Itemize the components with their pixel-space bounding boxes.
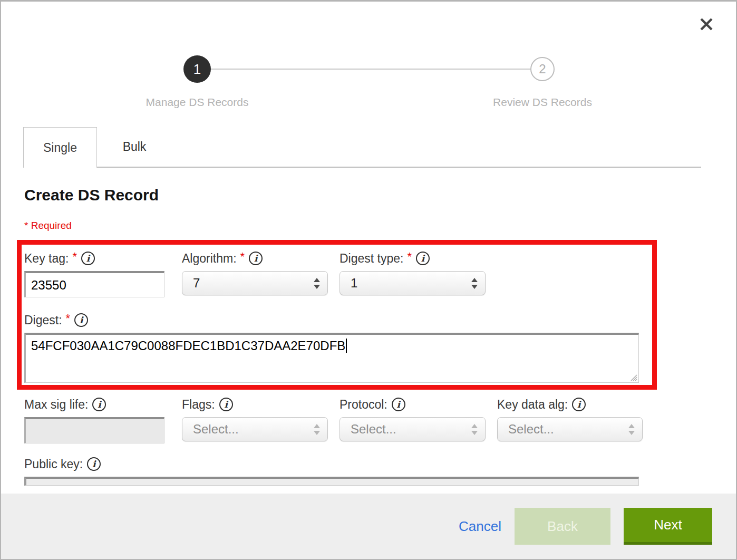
- select-arrows-icon: [628, 424, 635, 435]
- info-glyph: i: [254, 253, 257, 264]
- next-button[interactable]: Next: [624, 508, 712, 545]
- tab-bulk-label: Bulk: [123, 140, 147, 154]
- resize-handle-icon[interactable]: [629, 373, 637, 381]
- step-2-circle: 2: [530, 57, 555, 81]
- stepper-connector-line: [211, 69, 530, 70]
- digest-type-label: Digest type:: [340, 252, 403, 266]
- info-glyph: i: [421, 253, 424, 264]
- algorithm-select-value: 7: [193, 276, 314, 291]
- info-icon[interactable]: i: [572, 398, 586, 411]
- digest-field: Digest: * i 54FCF030AA1C79C0088FDEC1BD1C…: [24, 312, 639, 383]
- tab-bulk[interactable]: Bulk: [97, 127, 172, 167]
- info-glyph: i: [397, 399, 400, 410]
- public-key-textarea[interactable]: [24, 477, 639, 486]
- select-arrows-icon: [314, 424, 320, 435]
- digest-textarea[interactable]: 54FCF030AA1C79C0088FDEC1BD1C37DAA2E70DFB: [24, 333, 639, 383]
- max-sig-life-label-row: Max sig life: i: [24, 397, 170, 412]
- max-sig-life-field: Max sig life: i: [24, 397, 170, 443]
- step-1-circle: 1: [183, 55, 211, 83]
- info-icon[interactable]: i: [81, 252, 95, 265]
- flags-select-value: Select...: [193, 422, 314, 437]
- info-glyph: i: [577, 399, 580, 410]
- digest-label: Digest:: [24, 313, 62, 327]
- key-data-alg-field: Key data alg: i Select...: [497, 397, 643, 443]
- public-key-label-row: Public key: i: [24, 456, 639, 472]
- select-arrows-icon: [314, 278, 320, 289]
- algorithm-label-row: Algorithm: * i: [182, 250, 328, 266]
- select-arrows-icon: [471, 278, 478, 289]
- required-asterisk: *: [240, 250, 245, 264]
- key-data-alg-select[interactable]: Select...: [497, 417, 643, 441]
- digest-type-field: Digest type: * i 1: [340, 250, 486, 297]
- info-glyph: i: [86, 253, 90, 264]
- digest-type-select-value: 1: [351, 276, 471, 291]
- flags-label: Flags:: [182, 398, 215, 412]
- max-sig-life-input[interactable]: [24, 417, 164, 443]
- info-icon[interactable]: i: [92, 398, 106, 411]
- text-cursor: [346, 339, 347, 353]
- info-glyph: i: [80, 315, 83, 325]
- key-tag-field: Key tag: * i: [24, 250, 170, 297]
- protocol-select[interactable]: Select...: [340, 417, 486, 441]
- required-asterisk: *: [72, 250, 77, 264]
- key-data-alg-label: Key data alg:: [497, 398, 568, 412]
- algorithm-field: Algorithm: * i 7: [182, 250, 328, 297]
- key-data-alg-select-value: Select...: [508, 422, 628, 437]
- required-asterisk: *: [407, 250, 412, 264]
- info-icon[interactable]: i: [416, 252, 430, 265]
- algorithm-select[interactable]: 7: [182, 271, 328, 295]
- protocol-label: Protocol:: [340, 398, 387, 412]
- digest-type-select[interactable]: 1: [340, 271, 486, 295]
- public-key-field: Public key: i: [24, 456, 639, 486]
- info-icon[interactable]: i: [219, 398, 233, 411]
- digest-value: 54FCF030AA1C79C0088FDEC1BD1C37DAA2E70DFB: [31, 339, 345, 353]
- step-2-number: 2: [539, 62, 546, 76]
- row1-empty-cell: [497, 250, 643, 297]
- back-button[interactable]: Back: [515, 508, 610, 545]
- key-tag-label: Key tag:: [24, 252, 69, 266]
- step-2-label: Review DS Records: [493, 96, 592, 109]
- create-ds-record-form: Create DS Record * Required Key tag: * i…: [24, 186, 639, 486]
- tab-strip-rest: Bulk: [97, 127, 701, 168]
- flags-field: Flags: i Select...: [182, 397, 328, 443]
- max-sig-life-label: Max sig life:: [24, 398, 88, 412]
- info-icon[interactable]: i: [87, 457, 101, 471]
- tab-single[interactable]: Single: [23, 127, 97, 168]
- step-1-number: 1: [193, 61, 201, 78]
- protocol-field: Protocol: i Select...: [340, 397, 486, 443]
- key-data-alg-label-row: Key data alg: i: [497, 397, 643, 412]
- flags-select[interactable]: Select...: [182, 417, 328, 441]
- protocol-select-value: Select...: [351, 422, 471, 437]
- dialog-footer: Cancel Back Next: [1, 494, 736, 559]
- wizard-stepper: 1 2 Manage DS Records Review DS Records: [1, 2, 736, 115]
- info-glyph: i: [224, 399, 227, 410]
- key-tag-label-row: Key tag: * i: [24, 250, 170, 266]
- form-row-1: Key tag: * i Algorithm: * i 7: [24, 250, 639, 297]
- info-icon[interactable]: i: [74, 313, 88, 327]
- protocol-label-row: Protocol: i: [340, 397, 486, 412]
- record-mode-tabs: Single Bulk: [23, 127, 701, 168]
- required-note: * Required: [24, 220, 639, 231]
- create-ds-record-dialog: 1 2 Manage DS Records Review DS Records …: [0, 0, 737, 560]
- public-key-label: Public key:: [24, 457, 83, 471]
- info-glyph: i: [92, 459, 95, 469]
- page-title: Create DS Record: [24, 186, 639, 204]
- digest-type-label-row: Digest type: * i: [340, 250, 486, 266]
- cancel-button[interactable]: Cancel: [459, 518, 501, 535]
- digest-label-row: Digest: * i: [24, 312, 639, 328]
- info-icon[interactable]: i: [392, 398, 405, 411]
- select-arrows-icon: [471, 424, 478, 435]
- algorithm-label: Algorithm:: [182, 252, 237, 266]
- tab-single-label: Single: [43, 141, 77, 155]
- step-1-label: Manage DS Records: [146, 96, 249, 109]
- form-row-3: Max sig life: i Flags: i Select... Proto…: [24, 397, 639, 443]
- flags-label-row: Flags: i: [182, 397, 328, 412]
- key-tag-input[interactable]: [24, 271, 164, 297]
- required-asterisk: *: [66, 312, 71, 325]
- info-glyph: i: [98, 399, 101, 410]
- info-icon[interactable]: i: [249, 252, 263, 265]
